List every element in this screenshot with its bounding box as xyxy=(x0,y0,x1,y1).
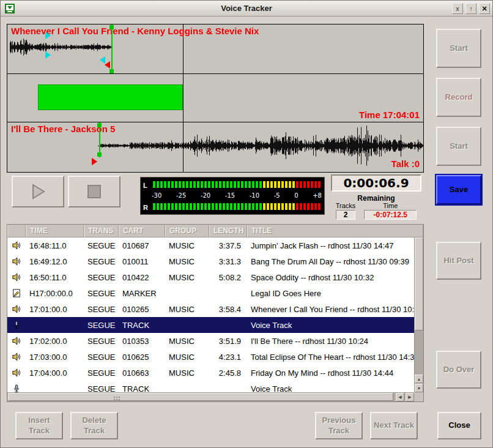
column-header-icon xyxy=(7,225,26,237)
save-button[interactable]: Save xyxy=(436,175,481,204)
next-track-button[interactable]: Next Track xyxy=(370,412,418,439)
titlebar[interactable]: Voice Tracker x ↑ ✕ xyxy=(1,1,492,17)
horizontal-scrollbar[interactable]: ◀ ▶ xyxy=(7,392,414,401)
speaker-icon xyxy=(7,257,26,266)
speaker-icon xyxy=(7,273,26,282)
cell-group: MUSIC xyxy=(165,353,209,362)
window-maximize-button[interactable]: ↑ xyxy=(465,3,476,14)
remaining-time-value: -0:07:12.5 xyxy=(364,210,417,220)
voicetrack-region[interactable] xyxy=(38,84,183,110)
track-end-handle-top[interactable] xyxy=(97,123,102,127)
do-over-button[interactable]: Do Over xyxy=(436,351,481,389)
speaker-icon xyxy=(7,368,26,377)
previous-track-button[interactable]: Previous Track xyxy=(315,412,363,439)
talk-marker-icon[interactable] xyxy=(92,158,97,165)
track-start-handle-bottom[interactable] xyxy=(109,69,114,73)
column-header-time[interactable]: TIME xyxy=(26,225,84,237)
window-close-button[interactable]: ✕ xyxy=(479,3,490,14)
log-row[interactable]: H17:00:00.0SEGUEMARKERLegal ID Goes Here xyxy=(7,285,414,301)
meter-left-label: L xyxy=(143,182,149,189)
play-button[interactable] xyxy=(12,176,64,207)
vu-meter: L -30-25-20-15-10-50+8 R xyxy=(140,177,325,215)
column-header-group[interactable]: GROUP xyxy=(165,225,209,237)
cell-trans: SEGUE xyxy=(84,353,119,362)
talk-time-label: Talk :0 xyxy=(391,159,420,169)
start-track2-button[interactable]: Start xyxy=(436,127,481,166)
window-shade-button[interactable]: x xyxy=(452,3,463,14)
delete-track-button[interactable]: Delete Track xyxy=(70,412,118,439)
cell-trans: SEGUE xyxy=(84,368,119,378)
cell-group: MUSIC xyxy=(165,241,209,250)
cell-trans: SEGUE xyxy=(84,321,119,330)
insert-track-button[interactable]: Insert Track xyxy=(15,412,63,439)
cell-time: 16:49:12.0 xyxy=(26,257,84,266)
cell-time: 16:48:11.0 xyxy=(26,241,84,250)
log-row[interactable]: 17:01:00.0SEGUE010265MUSIC3:58.4Whenever… xyxy=(7,301,414,317)
cell-group: MUSIC xyxy=(165,305,209,314)
cell-length: 2:45.8 xyxy=(209,368,247,378)
cell-group: MUSIC xyxy=(165,337,209,346)
remaining-tracks-value: 2 xyxy=(336,210,355,220)
horizontal-scrollbar-thumb[interactable] xyxy=(8,393,393,401)
speaker-icon xyxy=(7,337,26,345)
record-button[interactable]: Record xyxy=(436,78,481,117)
cell-title: I'll Be There -- rdhost 11/30 10:24 xyxy=(247,337,414,346)
remaining-tracks-label: Tracks xyxy=(336,202,356,209)
log-row[interactable]: 17:02:00.0SEGUE010353MUSIC3:51.9I'll Be … xyxy=(7,333,414,349)
hit-post-button[interactable]: Hit Post xyxy=(436,242,481,280)
log-body[interactable]: 16:48:11.0SEGUE010687MUSIC3:37.5Jumpin' … xyxy=(7,237,414,392)
vertical-scrollbar-thumb[interactable] xyxy=(415,237,423,330)
cell-group: MUSIC xyxy=(165,273,209,282)
cell-length: 3:31.3 xyxy=(209,257,247,266)
scrollbar-grip xyxy=(114,397,115,398)
vertical-scrollbar[interactable]: ▲ ▼ xyxy=(414,237,423,392)
cell-length: 3:51.9 xyxy=(209,337,247,346)
microphone-icon xyxy=(7,321,26,329)
track1-waveform-band[interactable]: Whenever I Call You Friend - Kenny Loggi… xyxy=(7,24,423,74)
voicetrack-band[interactable]: Time 17:04:01 xyxy=(7,74,423,122)
cell-trans: SEGUE xyxy=(84,305,119,314)
track-end-handle-bottom[interactable] xyxy=(97,152,102,157)
log-row[interactable]: SEGUETRACKVoice Track xyxy=(7,381,414,392)
cell-title: Bang The Drum All Day -- rdhost 11/30 09… xyxy=(247,257,414,266)
column-header-length[interactable]: LENGTH xyxy=(209,225,247,237)
cell-cart: MARKER xyxy=(119,289,165,298)
cell-trans: SEGUE xyxy=(84,289,119,298)
column-header-trans[interactable]: TRANS xyxy=(84,225,119,237)
log-row[interactable]: 17:03:00.0SEGUE010625MUSIC4:23.1Total Ec… xyxy=(7,349,414,365)
remaining-label: Remaining xyxy=(331,194,421,203)
log-row[interactable]: 16:48:11.0SEGUE010687MUSIC3:37.5Jumpin' … xyxy=(7,237,414,253)
window-title: Voice Tracker xyxy=(1,4,492,13)
stop-icon xyxy=(86,184,102,200)
scroll-up-icon[interactable]: ▲ xyxy=(415,375,423,383)
start-track1-button[interactable]: Start xyxy=(436,29,481,68)
track2-waveform-band[interactable]: I'll Be There - Jackson 5 Talk :0 xyxy=(7,122,423,172)
cell-cart: 010422 xyxy=(119,273,165,282)
track-start-handle-top[interactable] xyxy=(109,25,114,29)
scroll-right-icon[interactable]: ▶ xyxy=(406,393,414,401)
log-row[interactable]: SEGUETRACKVoice Track xyxy=(7,317,414,333)
log-list: TIMETRANSCARTGROUPLENGTHTITLE 16:48:11.0… xyxy=(7,224,424,402)
scroll-down-icon[interactable]: ▼ xyxy=(415,384,423,392)
column-header-cart[interactable]: CART xyxy=(119,225,165,237)
stop-button[interactable] xyxy=(68,176,120,207)
cell-cart: TRACK xyxy=(119,321,165,330)
column-header-title[interactable]: TITLE xyxy=(247,225,423,237)
cell-length: 4:23.1 xyxy=(209,353,247,362)
scrollbar-corner xyxy=(414,392,423,401)
segue-start-marker-icon[interactable] xyxy=(45,32,51,39)
log-row[interactable]: 17:04:00.0SEGUE010663MUSIC2:45.8Friday O… xyxy=(7,365,414,381)
close-button[interactable]: Close xyxy=(437,412,481,439)
log-row[interactable]: 16:49:12.0SEGUE010011MUSIC3:31.3Bang The… xyxy=(7,253,414,269)
cell-title: Legal ID Goes Here xyxy=(247,289,414,298)
meter-left-bar xyxy=(153,181,321,188)
track-start-marker-icon[interactable] xyxy=(105,61,110,69)
cell-group: MUSIC xyxy=(165,257,209,266)
cell-time: 17:01:00.0 xyxy=(26,305,84,314)
voice-tracker-window: Voice Tracker x ↑ ✕ Whenever I Call You … xyxy=(0,0,493,448)
track-start-line[interactable] xyxy=(111,24,113,74)
scroll-left-icon[interactable]: ◀ xyxy=(396,393,404,401)
log-row[interactable]: 16:50:11.0SEGUE010422MUSIC5:08.2Space Od… xyxy=(7,269,414,285)
fade-marker-icon[interactable] xyxy=(45,51,51,59)
cell-length: 3:37.5 xyxy=(209,241,247,250)
